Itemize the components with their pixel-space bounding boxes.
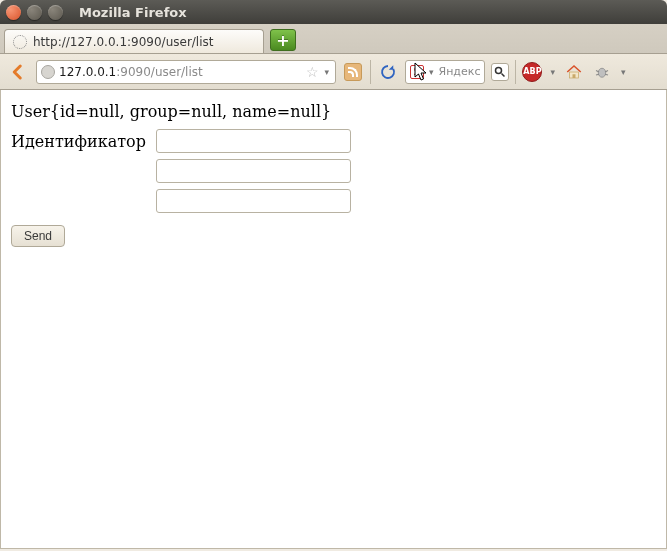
- rss-icon: [344, 63, 362, 81]
- bookmark-star-icon[interactable]: ☆: [306, 64, 319, 80]
- submit-button[interactable]: Send: [11, 225, 65, 247]
- form-row-group: [11, 159, 656, 183]
- input-group[interactable]: [156, 159, 351, 183]
- globe-icon: [41, 65, 55, 79]
- reload-icon: [379, 63, 397, 81]
- svg-line-7: [596, 74, 599, 75]
- loading-throbber-icon: [13, 35, 27, 49]
- search-box[interactable]: Я ▾ Яндекс: [405, 60, 485, 84]
- bug-icon: [593, 63, 611, 81]
- urlbar-dropdown-icon[interactable]: ▾: [322, 67, 331, 77]
- rss-button[interactable]: [342, 61, 364, 83]
- search-placeholder: Яндекс: [439, 65, 481, 78]
- yandex-icon: Я: [410, 65, 424, 79]
- label-id: Идентификатор: [11, 132, 156, 151]
- svg-point-0: [496, 67, 502, 73]
- tab-label: http://127.0.0.1:9090/user/list: [33, 35, 213, 49]
- form-row-name: [11, 189, 656, 213]
- user-tostring-text: User{id=null, group=null, name=null}: [11, 102, 656, 121]
- svg-rect-3: [572, 74, 575, 78]
- abp-dropdown-icon[interactable]: ▾: [548, 67, 557, 77]
- browser-tab-active[interactable]: http://127.0.0.1:9090/user/list: [4, 29, 264, 53]
- search-engine-dropdown-icon[interactable]: ▾: [427, 67, 436, 77]
- window-close-button[interactable]: [6, 5, 21, 20]
- home-icon: [565, 63, 583, 81]
- window-title: Mozilla Firefox: [79, 5, 187, 20]
- home-button[interactable]: [563, 61, 585, 83]
- input-name[interactable]: [156, 189, 351, 213]
- toolbar-separator: [515, 60, 516, 84]
- adblock-button[interactable]: ABP: [522, 62, 542, 82]
- search-submit-button[interactable]: [491, 63, 509, 81]
- toolbar-separator: [370, 60, 371, 84]
- svg-line-1: [502, 73, 505, 76]
- navigation-toolbar: 127.0.0.1:9090/user/list ☆ ▾ Я ▾ Яндекс …: [0, 54, 667, 90]
- input-id[interactable]: [156, 129, 351, 153]
- svg-line-8: [605, 74, 608, 75]
- new-tab-button[interactable]: +: [270, 29, 296, 51]
- magnifier-icon: [494, 66, 506, 78]
- back-arrow-icon: [9, 63, 27, 81]
- window-maximize-button[interactable]: [48, 5, 63, 20]
- reload-button[interactable]: [377, 61, 399, 83]
- tab-strip: http://127.0.0.1:9090/user/list +: [0, 24, 667, 54]
- window-titlebar: Mozilla Firefox: [0, 0, 667, 24]
- addon-button[interactable]: [591, 61, 613, 83]
- addon-dropdown-icon[interactable]: ▾: [619, 67, 628, 77]
- page-content: User{id=null, group=null, name=null} Иде…: [0, 90, 667, 549]
- abp-label: ABP: [523, 67, 541, 76]
- url-text[interactable]: 127.0.0.1:9090/user/list: [59, 65, 302, 79]
- svg-point-4: [598, 68, 606, 77]
- form-row-id: Идентификатор: [11, 129, 656, 153]
- plus-icon: +: [276, 31, 289, 50]
- url-bar[interactable]: 127.0.0.1:9090/user/list ☆ ▾: [36, 60, 336, 84]
- back-button[interactable]: [6, 60, 30, 84]
- window-minimize-button[interactable]: [27, 5, 42, 20]
